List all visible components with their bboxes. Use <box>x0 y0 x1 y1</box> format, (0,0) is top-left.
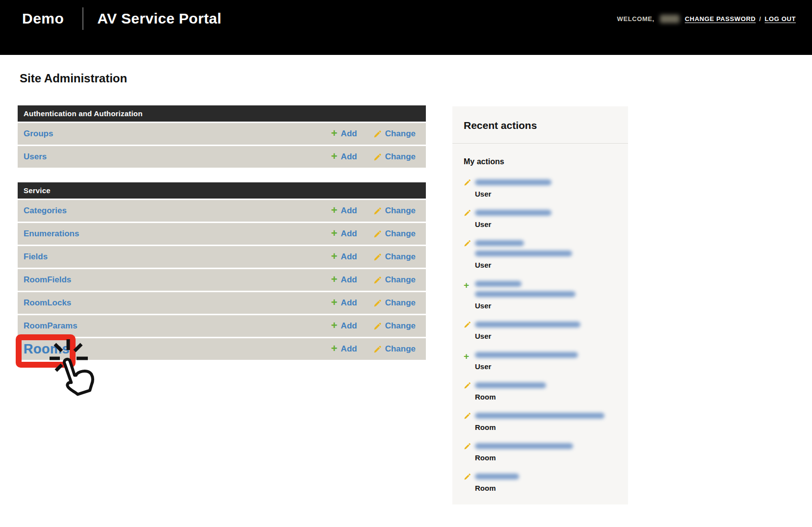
plus-icon: + <box>331 343 338 354</box>
recent-action-type: User <box>475 261 617 269</box>
username-redacted <box>660 15 680 23</box>
redacted-text-line <box>475 281 522 287</box>
redacted-text-line <box>475 179 551 185</box>
recent-action-link-redacted[interactable] <box>475 281 617 297</box>
change-link[interactable]: Change <box>373 252 416 262</box>
recent-action-link-redacted[interactable] <box>475 352 617 358</box>
redacted-text-line <box>475 352 578 358</box>
change-link[interactable]: Change <box>373 275 416 285</box>
plus-icon: + <box>331 297 338 308</box>
redacted-text-line <box>475 322 580 327</box>
recent-action-type: User <box>475 362 617 371</box>
logout-link[interactable]: LOG OUT <box>765 15 796 23</box>
pencil-icon <box>464 321 471 328</box>
recent-action-link-redacted[interactable] <box>475 322 617 327</box>
recent-action-type: Room <box>475 453 617 462</box>
model-link[interactable]: Users <box>24 152 331 162</box>
redacted-text-line <box>475 474 519 479</box>
recent-actions-panel: Recent actions My actions User User User… <box>452 106 628 504</box>
recent-action-item: Room <box>464 381 617 401</box>
panel-authentication: Authentication and Authorization Groups … <box>18 105 426 168</box>
redacted-text-line <box>475 240 524 246</box>
plus-icon: + <box>464 280 475 310</box>
change-link[interactable]: Change <box>373 229 416 239</box>
model-link[interactable]: Categories <box>24 206 331 216</box>
recent-action-link-redacted[interactable] <box>475 240 617 256</box>
app-header: Demo AV Service Portal WELCOME, CHANGE P… <box>0 0 812 55</box>
welcome-label: WELCOME, <box>617 15 655 23</box>
link-separator: / <box>759 15 761 23</box>
change-link[interactable]: Change <box>373 129 416 139</box>
recent-action-item: User <box>464 178 617 198</box>
model-link[interactable]: Enumerations <box>24 229 331 239</box>
recent-action-item: User <box>464 321 617 340</box>
change-link[interactable]: Change <box>373 152 416 162</box>
change-link[interactable]: Change <box>373 344 416 354</box>
model-link[interactable]: Rooms <box>24 342 331 357</box>
model-row: Rooms + Add Change <box>18 338 426 360</box>
plus-icon: + <box>331 320 338 331</box>
model-link[interactable]: RoomParams <box>24 321 331 331</box>
recent-divider <box>452 143 628 144</box>
brand-logo: Demo <box>22 10 64 27</box>
change-password-link[interactable]: CHANGE PASSWORD <box>685 15 756 23</box>
plus-icon: + <box>331 205 338 216</box>
model-row: Fields + Add Change <box>18 246 426 268</box>
recent-action-link-redacted[interactable] <box>475 474 617 479</box>
redacted-text-line <box>475 251 572 256</box>
recent-action-link-redacted[interactable] <box>475 413 617 419</box>
pencil-icon <box>464 381 475 401</box>
add-link[interactable]: + Add <box>331 206 357 216</box>
recent-action-item: Room <box>464 412 617 431</box>
change-link[interactable]: Change <box>373 206 416 216</box>
pencil-icon <box>373 322 382 330</box>
recent-action-link-redacted[interactable] <box>475 382 617 388</box>
add-link[interactable]: + Add <box>331 229 357 239</box>
change-link[interactable]: Change <box>373 321 416 331</box>
recent-action-type: User <box>475 220 617 228</box>
model-link[interactable]: RoomLocks <box>24 298 331 308</box>
pencil-icon <box>373 130 382 138</box>
plus-icon: + <box>331 228 338 239</box>
recent-action-type: User <box>475 190 617 198</box>
recent-action-link-redacted[interactable] <box>475 443 617 449</box>
pencil-icon <box>373 345 382 353</box>
model-link[interactable]: Fields <box>24 252 331 262</box>
model-row: Categories + Add Change <box>18 200 426 222</box>
recent-action-link-redacted[interactable] <box>475 179 617 185</box>
model-row: Enumerations + Add Change <box>18 223 426 245</box>
redacted-text-line <box>475 443 573 449</box>
add-link[interactable]: + Add <box>331 129 357 139</box>
add-link[interactable]: + Add <box>331 252 357 262</box>
add-link[interactable]: + Add <box>331 321 357 331</box>
pencil-icon <box>464 382 471 389</box>
model-row: RoomParams + Add Change <box>18 315 426 337</box>
change-link[interactable]: Change <box>373 298 416 308</box>
plus-icon: + <box>464 351 475 371</box>
add-link[interactable]: + Add <box>331 275 357 285</box>
recent-action-item: + User <box>464 351 617 371</box>
recent-action-link-redacted[interactable] <box>475 210 617 216</box>
add-link[interactable]: + Add <box>331 298 357 308</box>
my-actions-subtitle: My actions <box>464 157 617 166</box>
pencil-icon <box>373 299 382 307</box>
add-link[interactable]: + Add <box>331 344 357 354</box>
pencil-icon <box>464 321 475 340</box>
pencil-icon <box>373 276 382 284</box>
pencil-icon <box>464 473 471 480</box>
add-link[interactable]: + Add <box>331 152 357 162</box>
page-title: Site Administration <box>20 72 127 85</box>
recent-actions-list: User User User + User User + User <box>464 178 617 492</box>
pencil-icon <box>464 412 475 431</box>
pencil-icon <box>464 209 475 228</box>
recent-actions-title: Recent actions <box>464 106 617 131</box>
redacted-text-line <box>475 413 604 419</box>
redacted-text-line <box>475 291 576 297</box>
pencil-icon <box>464 240 471 247</box>
recent-action-item: + User <box>464 280 617 310</box>
model-link[interactable]: RoomFields <box>24 275 331 285</box>
redacted-text-line <box>475 382 546 388</box>
model-link[interactable]: Groups <box>24 129 331 139</box>
pencil-icon <box>464 178 475 198</box>
recent-action-type: Room <box>475 484 617 492</box>
